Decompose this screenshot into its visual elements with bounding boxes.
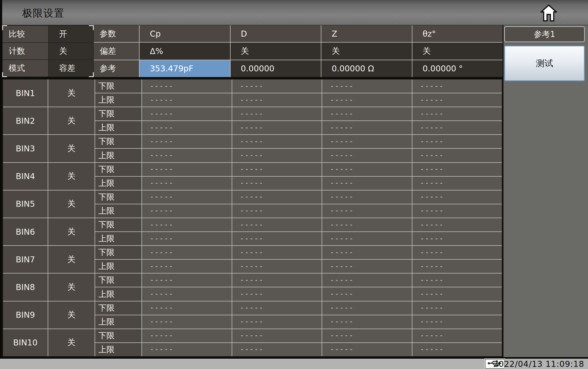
bin-state-BIN8[interactable]: 关 — [48, 273, 95, 301]
param-cell-0[interactable]: Cp — [140, 25, 230, 42]
bin-BIN10-upper-value-1[interactable]: ----- — [232, 343, 322, 356]
bin-BIN10-upper-value-3[interactable]: ----- — [412, 343, 502, 356]
bin-BIN6-lower-value-0[interactable]: ----- — [142, 218, 232, 231]
bin-BIN9-upper-value-2[interactable]: ----- — [322, 315, 412, 329]
bin-BIN7-upper-value-1[interactable]: ----- — [232, 260, 322, 273]
bin-BIN10-upper-value-2[interactable]: ----- — [322, 343, 412, 356]
bin-BIN1-upper-value-1[interactable]: ----- — [232, 93, 322, 107]
bin-BIN9-upper-value-3[interactable]: ----- — [412, 315, 502, 329]
bin-BIN2-lower-value-3[interactable]: ----- — [412, 107, 502, 120]
bin-BIN8-upper-value-1[interactable]: ----- — [232, 287, 322, 301]
bin-BIN7-lower-value-0[interactable]: ----- — [142, 246, 232, 259]
bin-BIN2-upper-value-1[interactable]: ----- — [232, 121, 322, 134]
comparator-value-0[interactable]: 开 — [49, 26, 93, 42]
bin-BIN5-lower-value-2[interactable]: ----- — [322, 190, 412, 204]
bin-BIN8-lower-value-2[interactable]: ----- — [322, 273, 412, 287]
reference-cell-0[interactable]: 353.479pF — [140, 60, 230, 77]
bin-BIN8-upper-value-3[interactable]: ----- — [412, 287, 502, 301]
bin-BIN10-lower-value-0[interactable]: ----- — [142, 329, 232, 342]
bin-BIN3-lower-value-2[interactable]: ----- — [322, 135, 412, 148]
bin-state-BIN5[interactable]: 关 — [48, 190, 95, 218]
bin-BIN2-upper-value-0[interactable]: ----- — [142, 121, 232, 134]
bin-state-BIN1[interactable]: 关 — [48, 79, 95, 107]
bin-BIN7-upper-value-0[interactable]: ----- — [142, 260, 232, 273]
bin-BIN4-upper-value-1[interactable]: ----- — [232, 177, 322, 190]
bin-BIN8-lower-value-0[interactable]: ----- — [142, 273, 232, 287]
bin-BIN7-lower-value-3[interactable]: ----- — [412, 246, 502, 259]
bin-BIN10-lower-value-3[interactable]: ----- — [412, 329, 502, 342]
bin-BIN7-upper-value-2[interactable]: ----- — [322, 260, 412, 273]
bin-BIN4-upper-value-2[interactable]: ----- — [322, 177, 412, 190]
bin-BIN1-upper-value-3[interactable]: ----- — [412, 93, 502, 107]
bin-BIN4-lower-value-3[interactable]: ----- — [412, 163, 502, 176]
bin-state-BIN9[interactable]: 关 — [48, 301, 95, 329]
bin-state-BIN4[interactable]: 关 — [48, 163, 95, 190]
test-button[interactable]: 测试 — [504, 46, 585, 81]
bin-BIN6-upper-value-2[interactable]: ----- — [322, 232, 412, 245]
bin-BIN5-upper-value-0[interactable]: ----- — [142, 204, 232, 218]
bin-BIN3-lower-value-3[interactable]: ----- — [412, 135, 502, 148]
bin-BIN9-lower-value-2[interactable]: ----- — [322, 301, 412, 315]
deviation-cell-3[interactable]: 关 — [412, 43, 503, 59]
bin-BIN9-lower-value-0[interactable]: ----- — [142, 301, 232, 315]
bin-BIN8-lower-value-1[interactable]: ----- — [232, 273, 322, 287]
bin-BIN3-upper-value-1[interactable]: ----- — [232, 149, 322, 162]
bin-BIN8-upper-value-2[interactable]: ----- — [322, 287, 412, 301]
bin-BIN6-lower-value-1[interactable]: ----- — [232, 218, 322, 231]
reference-cell-3[interactable]: 0.00000 ° — [412, 60, 503, 77]
bin-BIN3-lower-value-1[interactable]: ----- — [232, 135, 322, 148]
bin-BIN6-upper-value-1[interactable]: ----- — [232, 232, 322, 245]
bin-BIN1-lower-value-1[interactable]: ----- — [232, 79, 322, 93]
bin-BIN7-lower-value-1[interactable]: ----- — [232, 246, 322, 259]
bin-state-BIN2[interactable]: 关 — [48, 107, 95, 134]
bin-BIN1-lower-value-0[interactable]: ----- — [142, 79, 232, 93]
reference-1-button[interactable]: 参考1 — [504, 26, 585, 42]
param-cell-3[interactable]: θz° — [412, 25, 503, 42]
param-cell-2[interactable]: Z — [321, 25, 412, 42]
bin-BIN9-upper-value-1[interactable]: ----- — [232, 315, 322, 329]
deviation-cell-1[interactable]: 关 — [231, 43, 321, 59]
bin-BIN1-lower-value-3[interactable]: ----- — [412, 79, 502, 93]
bin-BIN10-upper-value-0[interactable]: ----- — [142, 343, 232, 356]
bin-BIN5-lower-value-1[interactable]: ----- — [232, 190, 322, 204]
bin-BIN9-upper-value-0[interactable]: ----- — [142, 315, 232, 329]
bin-BIN2-lower-value-0[interactable]: ----- — [142, 107, 232, 120]
bin-BIN3-upper-value-2[interactable]: ----- — [322, 149, 412, 162]
comparator-value-1[interactable]: 关 — [49, 43, 93, 59]
bin-BIN7-lower-value-2[interactable]: ----- — [322, 246, 412, 259]
bin-BIN4-lower-value-0[interactable]: ----- — [142, 163, 232, 176]
bin-BIN4-upper-value-3[interactable]: ----- — [412, 177, 502, 190]
bin-BIN5-upper-value-3[interactable]: ----- — [412, 204, 502, 218]
bin-BIN3-upper-value-0[interactable]: ----- — [142, 149, 232, 162]
bin-BIN8-upper-value-0[interactable]: ----- — [142, 287, 232, 301]
bin-BIN10-lower-value-1[interactable]: ----- — [232, 329, 322, 342]
bin-BIN2-upper-value-2[interactable]: ----- — [322, 121, 412, 134]
comparator-value-2[interactable]: 容差 — [49, 60, 93, 77]
bin-BIN9-lower-value-3[interactable]: ----- — [412, 301, 502, 315]
bin-state-BIN3[interactable]: 关 — [48, 135, 95, 162]
bin-BIN2-upper-value-3[interactable]: ----- — [412, 121, 502, 134]
bin-BIN9-lower-value-1[interactable]: ----- — [232, 301, 322, 315]
reference-cell-1[interactable]: 0.00000 — [231, 60, 321, 77]
bin-BIN5-lower-value-0[interactable]: ----- — [142, 190, 232, 204]
bin-BIN1-upper-value-2[interactable]: ----- — [322, 93, 412, 107]
bin-BIN6-upper-value-0[interactable]: ----- — [142, 232, 232, 245]
bin-BIN5-upper-value-1[interactable]: ----- — [232, 204, 322, 218]
bin-BIN1-lower-value-2[interactable]: ----- — [322, 79, 412, 93]
bin-BIN4-lower-value-2[interactable]: ----- — [322, 163, 412, 176]
bin-BIN5-upper-value-2[interactable]: ----- — [322, 204, 412, 218]
bin-BIN3-lower-value-0[interactable]: ----- — [142, 135, 232, 148]
bin-BIN6-upper-value-3[interactable]: ----- — [412, 232, 502, 245]
bin-state-BIN10[interactable]: 关 — [48, 329, 95, 356]
bin-BIN5-lower-value-3[interactable]: ----- — [412, 190, 502, 204]
bin-state-BIN7[interactable]: 关 — [48, 246, 95, 273]
deviation-cell-0[interactable]: Δ% — [140, 43, 230, 59]
bin-state-BIN6[interactable]: 关 — [48, 218, 95, 245]
bin-BIN10-lower-value-2[interactable]: ----- — [322, 329, 412, 342]
bin-BIN7-upper-value-3[interactable]: ----- — [412, 260, 502, 273]
bin-BIN4-lower-value-1[interactable]: ----- — [232, 163, 322, 176]
bin-BIN2-lower-value-2[interactable]: ----- — [322, 107, 412, 120]
reference-cell-2[interactable]: 0.00000 Ω — [321, 60, 412, 77]
bin-BIN4-upper-value-0[interactable]: ----- — [142, 177, 232, 190]
bin-BIN8-lower-value-3[interactable]: ----- — [412, 273, 502, 287]
